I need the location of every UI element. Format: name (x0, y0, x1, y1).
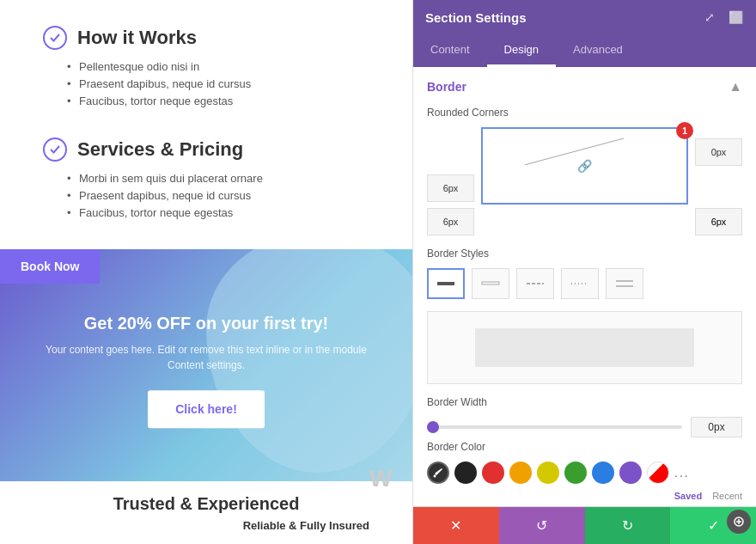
border-color-row: Border Color (427, 441, 742, 453)
border-width-range-row: 0px (427, 417, 742, 437)
website-preview: How it Works Pellentesque odio nisi in P… (0, 0, 412, 544)
panel-footer: ✕ ↺ ↻ ✓ (413, 506, 756, 544)
close-icon[interactable]: ⬜ (727, 9, 744, 26)
cancel-button[interactable]: ✕ (413, 507, 499, 544)
how-it-works-check-icon (43, 26, 67, 50)
how-it-works-list: Pellentesque odio nisi in Praesent dapib… (43, 60, 378, 107)
border-width-value[interactable]: 0px (691, 417, 742, 437)
services-section: Services & Pricing Morbi in sem quis dui… (0, 129, 412, 241)
yellow-swatch[interactable] (537, 461, 559, 484)
list-item: Faucibus, tortor neque egestas (79, 206, 378, 219)
border-section-header: Border ▲ (427, 79, 742, 95)
redo-button[interactable]: ↻ (585, 507, 671, 544)
saved-recent-row: Saved Recent (427, 491, 742, 501)
list-item: Faucibus, tortor neque egestas (79, 95, 378, 107)
border-toggle-icon[interactable]: ▲ (729, 79, 742, 95)
striped-swatch[interactable] (647, 461, 669, 484)
rounded-corners-label: Rounded Corners (427, 107, 742, 119)
list-item: Praesent dapibus, neque id cursus (79, 77, 378, 90)
promo-title: Get 20% OFF on your first try! (41, 314, 371, 333)
black-swatch[interactable] (454, 461, 477, 484)
panel-title: Section Settings (425, 10, 527, 25)
border-styles-row (427, 268, 742, 299)
how-it-works-title-row: How it Works (43, 26, 378, 50)
svg-rect-0 (437, 282, 454, 285)
corner-left-value: 0px 2 (711, 147, 727, 157)
book-now-button[interactable]: Book Now (0, 249, 100, 284)
more-colors-button[interactable]: ... (674, 466, 690, 480)
floating-action-button[interactable] (727, 510, 751, 534)
list-item: Praesent dapibus, neque id cursus (79, 189, 378, 202)
rounded-corners-layout: 0px 2 🔗 1 6px (427, 127, 742, 235)
w-partial-text: W (369, 465, 392, 492)
tab-content[interactable]: Content (413, 34, 487, 67)
list-item: Pellentesque odio nisi in (79, 60, 378, 73)
how-it-works-section: How it Works Pellentesque odio nisi in P… (0, 0, 412, 129)
panel-tabs: Content Design Advanced (413, 34, 756, 67)
border-style-dotted-opt[interactable] (561, 268, 599, 299)
services-list: Morbi in sem quis dui placerat ornare Pr… (43, 172, 378, 219)
trusted-title: Trusted & Experienced (34, 494, 378, 514)
link-icon: 🔗 (577, 159, 592, 173)
color-swatches: ... (427, 461, 742, 484)
panel-header: Section Settings ⤢ ⬜ (413, 0, 756, 34)
promo-content: Get 20% OFF on your first try! Your cont… (41, 314, 371, 428)
border-style-none-opt[interactable] (472, 268, 509, 299)
recent-link[interactable]: Recent (712, 491, 742, 501)
settings-panel: Section Settings ⤢ ⬜ Content Design Adva… (412, 0, 756, 544)
corner-right-input[interactable]: 6px (427, 174, 474, 202)
border-style-double-opt[interactable] (606, 268, 643, 299)
border-label: Border (427, 80, 466, 94)
fullscreen-icon[interactable]: ⤢ (701, 9, 718, 26)
border-section: Border ▲ Rounded Corners 0px (413, 67, 756, 506)
corner-left-input[interactable]: 0px 2 (695, 138, 742, 166)
corner-bottom-input[interactable]: 6px (427, 208, 474, 235)
services-check-icon (43, 138, 67, 162)
border-width-label: Border Width (427, 396, 487, 408)
green-swatch[interactable] (564, 461, 587, 484)
how-it-works-heading: How it Works (77, 27, 197, 49)
border-styles-label: Border Styles (427, 248, 742, 260)
red-swatch[interactable] (482, 461, 504, 484)
services-heading: Services & Pricing (77, 138, 243, 161)
badge-1: 1 (676, 122, 693, 139)
purple-swatch[interactable] (619, 461, 642, 484)
border-preview-inner (475, 328, 695, 368)
orange-swatch[interactable] (509, 461, 532, 484)
services-title-row: Services & Pricing (43, 138, 378, 162)
saved-link[interactable]: Saved (674, 491, 702, 501)
click-here-button[interactable]: Click here! (148, 390, 265, 428)
reset-button[interactable]: ↺ (499, 507, 585, 544)
promo-subtitle: Your content goes here. Edit or remove t… (41, 342, 371, 373)
eyedropper-swatch[interactable] (427, 461, 449, 484)
border-style-dashed-opt[interactable] (516, 268, 554, 299)
panel-header-icons: ⤢ ⬜ (701, 9, 744, 26)
border-style-solid-opt[interactable] (427, 268, 465, 299)
svg-rect-1 (482, 282, 499, 284)
blue-swatch[interactable] (592, 461, 614, 484)
reliable-text: Reliable & Fully Insured (243, 519, 369, 532)
list-item: Morbi in sem quis dui placerat ornare (79, 172, 378, 185)
border-preview (427, 311, 742, 384)
border-color-label: Border Color (427, 441, 485, 453)
promo-section: Book Now Get 20% OFF on your first try! … (0, 249, 412, 481)
tab-design[interactable]: Design (487, 34, 556, 67)
svg-point-6 (434, 475, 436, 478)
corner-visual-box: 🔗 1 (481, 127, 688, 205)
corner-br-value[interactable]: 6px (695, 208, 742, 235)
panel-body: Border ▲ Rounded Corners 0px (413, 67, 756, 506)
border-width-slider[interactable] (427, 425, 682, 429)
border-width-row: Border Width (427, 396, 742, 408)
tab-advanced[interactable]: Advanced (556, 34, 640, 67)
